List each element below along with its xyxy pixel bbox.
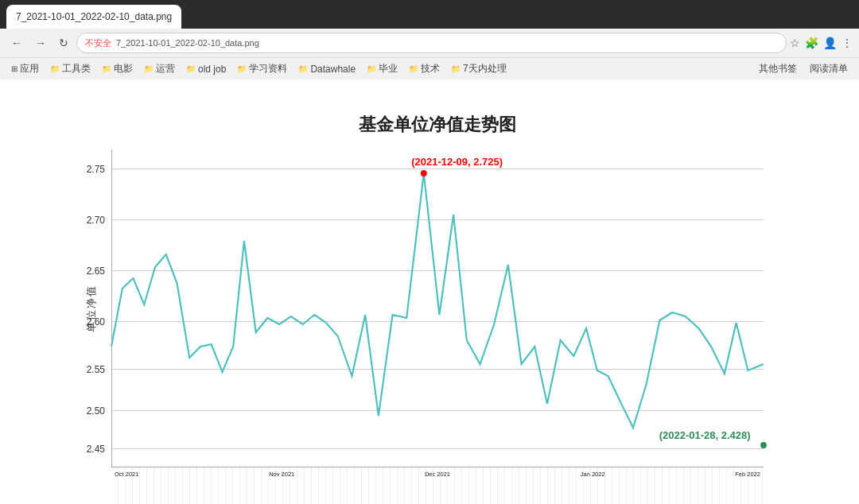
apps-icon: ⊞ [11, 64, 17, 73]
reading-label: 阅读清单 [810, 62, 848, 76]
nav-bar: ← → ↻ 不安全 7_2021-10-01_2022-02-10_data.p… [0, 29, 859, 57]
folder-icon-2: 📁 [102, 64, 111, 73]
x-axis-labels: 2021-10 2021-11 2021-12 2022-01 2022-02 … [111, 467, 764, 504]
profile-icon[interactable]: 👤 [823, 37, 837, 49]
folder-icon-4: 📁 [186, 64, 196, 73]
bookmark-star-icon[interactable]: ☆ [790, 37, 800, 49]
address-text: 7_2021-10-01_2022-02-10_data.png [116, 38, 778, 48]
nav-icons: ☆ 🧩 👤 ⋮ [790, 37, 853, 49]
bookmark-datawhale[interactable]: 📁 Datawhale [293, 62, 360, 76]
folder-icon-5: 📁 [237, 64, 247, 73]
bookmark-7days[interactable]: 📁 7天内处理 [446, 60, 511, 77]
bookmark-ops-label: 运营 [156, 62, 175, 76]
chart-area: 单位净值 2.75 2.70 2.65 2.60 2.55 2.50 2.4 [111, 149, 764, 467]
folder-icon-3: 📁 [144, 64, 154, 73]
bookmark-oldjob[interactable]: 📁 old job [181, 62, 231, 76]
folder-icon-1: 📁 [50, 64, 60, 73]
security-label: 不安全 [85, 37, 111, 49]
y-tick-label-6: 2.50 [87, 405, 105, 417]
chart-line [111, 173, 764, 428]
bookmark-movies[interactable]: 📁 电影 [97, 60, 138, 77]
bookmark-dw-label: Datawhale [310, 64, 356, 75]
bookmarks-bar: ⊞ 应用 📁 工具类 📁 电影 📁 运营 📁 old job 📁 学习资料 📁 … [0, 57, 859, 79]
y-tick-label-2: 2.70 [87, 215, 105, 226]
menu-icon[interactable]: ⋮ [842, 37, 853, 49]
annotation-min: (2022-01-28, 2.428) [659, 429, 751, 441]
back-button[interactable]: ← [6, 33, 27, 52]
bookmark-apps[interactable]: ⊞ 应用 [6, 60, 44, 77]
extensions-icon[interactable]: 🧩 [805, 37, 818, 49]
tab-title: 7_2021-10-01_2022-02-10_data.png [16, 11, 172, 22]
bookmark-graduation[interactable]: 📁 毕业 [362, 60, 402, 77]
y-tick-label-4: 2.60 [87, 316, 105, 328]
min-point [760, 442, 767, 448]
bookmark-tools[interactable]: 📁 工具类 [45, 60, 95, 77]
forward-button[interactable]: → [30, 33, 51, 52]
bookmark-grad-label: 毕业 [379, 62, 398, 76]
y-tick-label-5: 2.55 [87, 364, 105, 375]
main-content: 基金单位净值走势图 单位净值 2.75 2.70 2.65 2.60 2.55 [0, 79, 859, 504]
bookmark-7d-label: 7天内处理 [463, 62, 507, 76]
bookmark-movies-label: 电影 [114, 62, 133, 76]
reading-list[interactable]: 阅读清单 [805, 60, 853, 77]
y-tick-label-1: 2.75 [87, 164, 105, 175]
folder-icon-6: 📁 [298, 64, 308, 73]
bookmark-oldjob-label: old job [198, 64, 226, 75]
active-tab[interactable]: 7_2021-10-01_2022-02-10_data.png [6, 5, 181, 29]
refresh-button[interactable]: ↻ [54, 33, 73, 52]
tab-bar: 7_2021-10-01_2022-02-10_data.png [0, 0, 859, 29]
max-point [421, 170, 427, 176]
chart-title: 基金单位净值走势图 [111, 113, 764, 137]
chart-svg [111, 149, 764, 467]
address-bar[interactable]: 不安全 7_2021-10-01_2022-02-10_data.png [76, 33, 787, 53]
bookmark-study-label: 学习资料 [249, 62, 287, 76]
browser-chrome: 7_2021-10-01_2022-02-10_data.png ← → ↻ 不… [0, 0, 859, 79]
y-tick-label-3: 2.65 [87, 266, 105, 277]
annotation-max: (2021-12-09, 2.725) [411, 156, 503, 168]
bookmark-tools-label: 工具类 [62, 62, 91, 76]
y-tick-label-7: 2.45 [87, 444, 105, 455]
bookmark-tech[interactable]: 📁 技术 [404, 60, 445, 77]
bookmark-tech-label: 技术 [421, 62, 440, 76]
chart-container: 基金单位净值走势图 单位净值 2.75 2.70 2.65 2.60 2.55 [48, 97, 811, 487]
folder-icon-7: 📁 [367, 64, 376, 73]
folder-icon-8: 📁 [409, 64, 418, 73]
folder-icon-9: 📁 [451, 64, 461, 73]
bookmark-study[interactable]: 📁 学习资料 [232, 60, 292, 77]
y-axis [111, 149, 112, 467]
bookmark-apps-label: 应用 [20, 62, 39, 76]
other-bk-label: 其他书签 [759, 62, 797, 76]
bookmarks-right: 其他书签 阅读清单 [754, 60, 853, 77]
bookmark-operations[interactable]: 📁 运营 [139, 60, 180, 77]
other-bookmarks[interactable]: 其他书签 [754, 60, 802, 77]
